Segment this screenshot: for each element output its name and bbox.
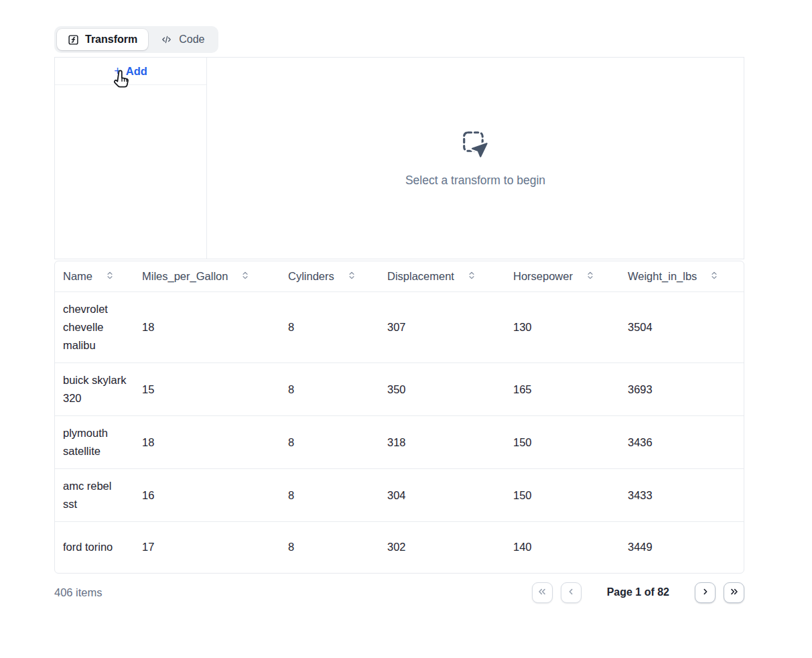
table-footer: 406 items Page 1 of 82 (54, 582, 744, 603)
column-header-horsepower[interactable]: Horsepower (505, 261, 620, 292)
cell-mpg: 16 (134, 469, 280, 522)
function-square-icon (68, 34, 79, 46)
tab-transform-label: Transform (85, 34, 137, 46)
cell-weight: 3433 (620, 469, 744, 522)
cell-horsepower: 150 (505, 416, 620, 469)
cell-name: buick skylark 320 (55, 363, 134, 416)
cell-cylinders: 8 (280, 469, 379, 522)
transform-list-empty (55, 85, 206, 259)
data-table: Name Miles_per_Gallon Cylinders Displace… (55, 261, 744, 573)
sort-icon (241, 270, 250, 283)
cell-horsepower: 150 (505, 469, 620, 522)
table-row: chevrolet chevelle malibu 18 8 307 130 3… (55, 292, 744, 363)
sort-icon (586, 270, 595, 283)
pagination: Page 1 of 82 (532, 582, 744, 603)
content-area: Transform Code + Add (54, 26, 744, 603)
cell-cylinders: 8 (280, 522, 379, 573)
cell-name: plymouth satellite (55, 416, 134, 469)
column-label: Name (63, 270, 92, 283)
cell-displacement: 318 (379, 416, 505, 469)
tab-code[interactable]: Code (149, 29, 215, 50)
cell-cylinders: 8 (280, 363, 379, 416)
cell-mpg: 18 (134, 292, 280, 363)
cell-name: chevrolet chevelle malibu (55, 292, 134, 363)
table-header-row: Name Miles_per_Gallon Cylinders Displace… (55, 261, 744, 292)
chevron-right-icon (700, 586, 711, 599)
column-label: Displacement (387, 270, 454, 283)
tab-transform[interactable]: Transform (57, 29, 148, 50)
cell-mpg: 18 (134, 416, 280, 469)
chevrons-right-icon (729, 586, 740, 599)
column-header-miles-per-gallon[interactable]: Miles_per_Gallon (134, 261, 280, 292)
cell-weight: 3449 (620, 522, 744, 573)
cell-weight: 3504 (620, 292, 744, 363)
transform-detail-area: Select a transform to begin (207, 58, 744, 259)
cell-displacement: 307 (379, 292, 505, 363)
cell-horsepower: 130 (505, 292, 620, 363)
table-row: buick skylark 320 15 8 350 165 3693 (55, 363, 744, 416)
cell-displacement: 304 (379, 469, 505, 522)
page-indicator: Page 1 of 82 (607, 586, 669, 598)
sort-icon (347, 270, 356, 283)
table-row: ford torino 17 8 302 140 3449 (55, 522, 744, 573)
cell-mpg: 15 (134, 363, 280, 416)
cell-weight: 3693 (620, 363, 744, 416)
column-label: Horsepower (513, 270, 573, 283)
cell-mpg: 17 (134, 522, 280, 573)
cell-name: amc rebel sst (55, 469, 134, 522)
column-label: Weight_in_lbs (628, 270, 697, 283)
data-table-card: Name Miles_per_Gallon Cylinders Displace… (54, 261, 744, 574)
table-row: plymouth satellite 18 8 318 150 3436 (55, 416, 744, 469)
transform-list-header: + Add (55, 58, 206, 85)
column-label: Cylinders (288, 270, 334, 283)
table-row: amc rebel sst 16 8 304 150 3433 (55, 469, 744, 522)
column-header-displacement[interactable]: Displacement (379, 261, 505, 292)
cell-weight: 3436 (620, 416, 744, 469)
column-label: Miles_per_Gallon (142, 270, 228, 283)
code-icon (160, 34, 173, 45)
view-mode-tabs: Transform Code (54, 26, 218, 53)
cell-cylinders: 8 (280, 292, 379, 363)
transform-list-sidebar: + Add (55, 58, 207, 259)
cell-cylinders: 8 (280, 416, 379, 469)
add-transform-button[interactable]: + Add (110, 64, 151, 78)
previous-page-button[interactable] (561, 582, 582, 603)
tab-code-label: Code (179, 34, 204, 46)
sort-icon (709, 270, 719, 283)
cell-horsepower: 165 (505, 363, 620, 416)
sort-icon (105, 270, 115, 283)
transform-panel: + Add Select a transform to begin (54, 57, 744, 259)
plus-icon: + (114, 65, 121, 77)
cell-name: ford torino (55, 522, 134, 573)
sort-icon (467, 270, 476, 283)
empty-state-message: Select a transform to begin (405, 174, 545, 188)
last-page-button[interactable] (724, 582, 744, 603)
dashed-square-pointer-icon (461, 129, 490, 161)
chevrons-left-icon (537, 586, 547, 599)
cell-displacement: 350 (379, 363, 505, 416)
add-transform-label: Add (126, 65, 147, 78)
column-header-weight-in-lbs[interactable]: Weight_in_lbs (620, 261, 744, 292)
cell-displacement: 302 (379, 522, 505, 573)
items-count: 406 items (54, 586, 103, 599)
column-header-name[interactable]: Name (55, 261, 134, 292)
first-page-button[interactable] (532, 582, 553, 603)
column-header-cylinders[interactable]: Cylinders (280, 261, 379, 292)
chevron-left-icon (565, 586, 576, 599)
next-page-button[interactable] (695, 582, 716, 603)
cell-horsepower: 140 (505, 522, 620, 573)
